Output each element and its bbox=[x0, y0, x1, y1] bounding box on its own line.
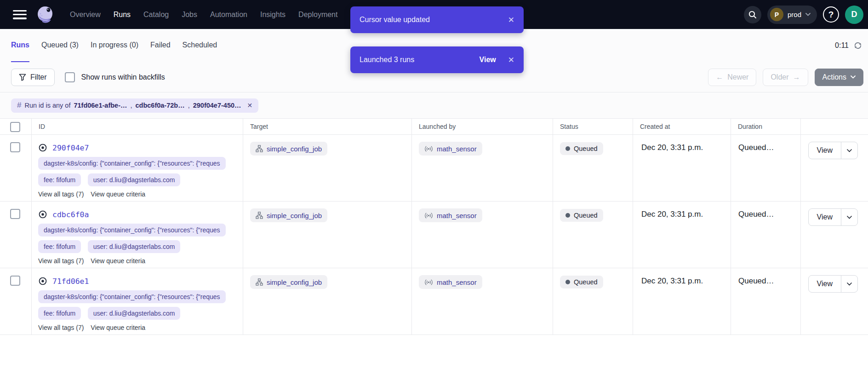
refresh-button[interactable] bbox=[853, 41, 862, 50]
sensor-icon bbox=[424, 213, 433, 219]
chevron-down-icon bbox=[847, 282, 852, 286]
view-dropdown-button[interactable] bbox=[841, 276, 857, 292]
nav-runs[interactable]: Runs bbox=[114, 11, 131, 19]
k8s-config-tag[interactable]: dagster-k8s/config: {"container_config":… bbox=[38, 157, 226, 170]
tab-failed[interactable]: Failed bbox=[150, 29, 171, 62]
fee-tag[interactable]: fee: fifofum bbox=[38, 240, 81, 253]
workspace-switcher[interactable]: P prod bbox=[767, 6, 817, 24]
hamburger-menu-icon[interactable] bbox=[13, 10, 27, 19]
tab-scheduled[interactable]: Scheduled bbox=[183, 29, 217, 62]
filter-button[interactable]: Filter bbox=[11, 69, 55, 86]
chip-run-id-3: 290f04e7-450… bbox=[193, 102, 241, 109]
row-checkbox[interactable] bbox=[10, 276, 20, 286]
id-cell: cdbc6f0a dagster-k8s/config: {"container… bbox=[32, 202, 243, 268]
nav-jobs[interactable]: Jobs bbox=[182, 11, 197, 19]
view-dropdown-button[interactable] bbox=[841, 142, 857, 159]
run-id-link[interactable]: cdbc6f0a bbox=[52, 210, 89, 219]
toast-view-button[interactable]: View bbox=[480, 56, 496, 64]
sensor-label: math_sensor bbox=[437, 145, 477, 153]
target-label: simple_config_job bbox=[267, 212, 322, 219]
search-button[interactable] bbox=[744, 6, 761, 23]
sensor-link[interactable]: math_sensor bbox=[419, 208, 482, 222]
funnel-icon bbox=[19, 74, 26, 81]
nav-insights[interactable]: Insights bbox=[260, 11, 286, 19]
workspace-avatar: P bbox=[770, 8, 783, 21]
target-cell: simple_config_job bbox=[243, 135, 412, 201]
duration-cell: Queued… bbox=[731, 202, 801, 268]
fee-tag[interactable]: fee: fifofum bbox=[38, 173, 81, 186]
status-cell: Queued bbox=[553, 202, 633, 268]
row-checkbox[interactable] bbox=[10, 209, 20, 219]
view-dropdown-button[interactable] bbox=[841, 209, 857, 225]
row-checkbox[interactable] bbox=[10, 142, 20, 152]
active-filters-row: # Run id is any of 71fd06e1-afbe-…, cdbc… bbox=[0, 92, 868, 118]
select-all-checkbox[interactable] bbox=[10, 122, 20, 132]
refresh-cluster: 0:11 bbox=[835, 29, 862, 62]
k8s-config-tag[interactable]: dagster-k8s/config: {"container_config":… bbox=[38, 224, 226, 236]
status-dot-icon bbox=[565, 146, 570, 151]
job-link[interactable]: simple_config_job bbox=[250, 142, 327, 156]
sensor-link[interactable]: math_sensor bbox=[419, 275, 482, 289]
sensor-label: math_sensor bbox=[437, 212, 477, 219]
nav-overview[interactable]: Overview bbox=[70, 11, 101, 19]
header-status: Status bbox=[553, 119, 633, 134]
view-all-tags-link[interactable]: View all tags (7) bbox=[38, 190, 84, 198]
sensor-link[interactable]: math_sensor bbox=[419, 142, 482, 156]
view-split-button: View bbox=[808, 275, 858, 293]
run-id-link[interactable]: 290f04e7 bbox=[52, 144, 89, 152]
run-id-link[interactable]: 71fd06e1 bbox=[52, 277, 89, 286]
newer-button[interactable]: ← Newer bbox=[708, 69, 756, 86]
user-tag[interactable]: user: d.liu@dagsterlabs.com bbox=[88, 307, 181, 320]
created-at-cell: Dec 20, 3:31 p.m. bbox=[633, 202, 731, 268]
view-all-tags-link[interactable]: View all tags (7) bbox=[38, 257, 84, 265]
run-id-filter-chip[interactable]: # Run id is any of 71fd06e1-afbe-…, cdbc… bbox=[11, 98, 258, 113]
user-tag[interactable]: user: d.liu@dagsterlabs.com bbox=[88, 240, 181, 253]
search-icon bbox=[748, 10, 757, 19]
toast-message: Launched 3 runs bbox=[360, 56, 414, 64]
remove-filter-icon[interactable]: ✕ bbox=[247, 102, 253, 109]
tab-queued[interactable]: Queued (3) bbox=[41, 29, 79, 62]
tab-runs[interactable]: Runs bbox=[11, 29, 29, 62]
k8s-config-tag[interactable]: dagster-k8s/config: {"container_config":… bbox=[38, 290, 226, 303]
close-icon[interactable]: ✕ bbox=[508, 55, 514, 65]
main-nav: Overview Runs Catalog Jobs Automation In… bbox=[70, 11, 337, 19]
view-run-button[interactable]: View bbox=[809, 142, 841, 159]
status-badge: Queued bbox=[560, 142, 603, 155]
created-at-cell: Dec 20, 3:31 p.m. bbox=[633, 135, 731, 201]
tab-in-progress[interactable]: In progress (0) bbox=[91, 29, 138, 62]
user-tag[interactable]: user: d.liu@dagsterlabs.com bbox=[88, 173, 181, 186]
duration-cell: Queued… bbox=[731, 135, 801, 201]
view-run-button[interactable]: View bbox=[809, 209, 841, 225]
actions-button[interactable]: Actions bbox=[815, 69, 863, 86]
job-link[interactable]: simple_config_job bbox=[250, 275, 327, 289]
status-dot-icon bbox=[565, 280, 570, 284]
nav-catalog[interactable]: Catalog bbox=[143, 11, 169, 19]
id-cell: 71fd06e1 dagster-k8s/config: {"container… bbox=[32, 268, 243, 334]
backfills-checkbox[interactable] bbox=[65, 72, 75, 82]
toast-cursor-updated: Cursor value updated ✕ bbox=[350, 6, 524, 33]
user-avatar[interactable]: D bbox=[845, 6, 863, 24]
dagster-logo-icon[interactable] bbox=[34, 4, 56, 26]
job-icon bbox=[256, 145, 263, 152]
refresh-icon bbox=[853, 41, 862, 50]
help-button[interactable]: ? bbox=[823, 6, 839, 23]
close-icon[interactable]: ✕ bbox=[508, 15, 514, 25]
fee-tag[interactable]: fee: fifofum bbox=[38, 307, 81, 320]
status-badge: Queued bbox=[560, 209, 603, 222]
view-run-button[interactable]: View bbox=[809, 276, 841, 292]
view-all-tags-link[interactable]: View all tags (7) bbox=[38, 324, 84, 331]
nav-deployment[interactable]: Deployment bbox=[298, 11, 337, 19]
view-queue-criteria-link[interactable]: View queue criteria bbox=[91, 324, 145, 331]
show-backfills-toggle[interactable]: Show runs within backfills bbox=[65, 72, 165, 82]
launched-by-cell: math_sensor bbox=[412, 268, 553, 334]
chip-separator: , bbox=[188, 102, 190, 109]
job-icon bbox=[256, 212, 263, 219]
view-queue-criteria-link[interactable]: View queue criteria bbox=[91, 190, 145, 198]
job-link[interactable]: simple_config_job bbox=[250, 208, 327, 222]
view-queue-criteria-link[interactable]: View queue criteria bbox=[91, 257, 145, 265]
older-button[interactable]: Older → bbox=[763, 69, 808, 86]
sensor-icon bbox=[424, 146, 433, 152]
table-row: cdbc6f0a dagster-k8s/config: {"container… bbox=[0, 202, 868, 268]
nav-automation[interactable]: Automation bbox=[210, 11, 247, 19]
view-split-button: View bbox=[808, 142, 858, 159]
